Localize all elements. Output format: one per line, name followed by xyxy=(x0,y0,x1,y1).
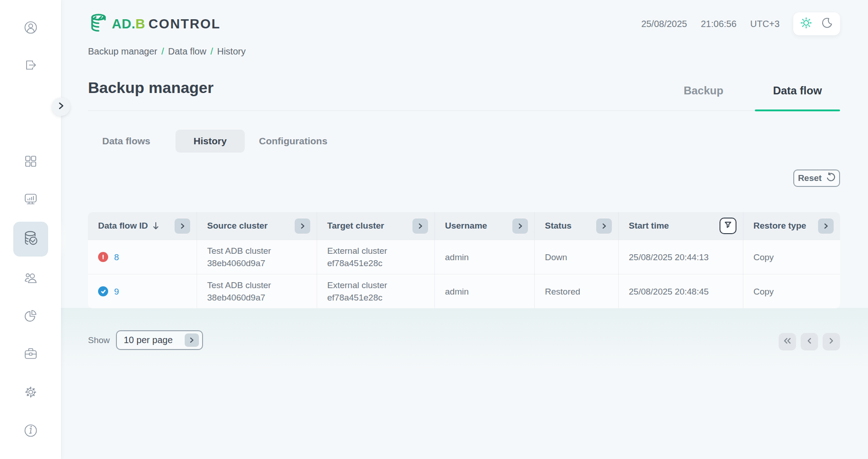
sort-desc-icon[interactable] xyxy=(152,222,159,230)
tab-backup[interactable]: Backup xyxy=(669,84,738,97)
sidebar-item-reports[interactable] xyxy=(21,307,40,326)
moon-icon xyxy=(821,17,833,31)
table-header-row: Data flow ID Source cluster xyxy=(88,212,840,240)
history-table: Data flow ID Source cluster xyxy=(88,212,840,308)
column-username: Username xyxy=(434,212,534,240)
user-profile-button[interactable] xyxy=(21,19,40,38)
gear-icon xyxy=(23,384,38,402)
dark-theme-button[interactable] xyxy=(820,17,834,31)
table-row: 9 Test ADB cluster 38eb4060d9a7 External… xyxy=(88,274,840,308)
database-restore-icon xyxy=(21,228,41,250)
pie-chart-icon xyxy=(23,308,38,325)
chevron-right-icon xyxy=(829,337,834,346)
info-icon xyxy=(23,423,38,440)
active-tab-underline xyxy=(755,109,840,111)
next-page-button[interactable] xyxy=(823,333,840,350)
subtab-configurations[interactable]: Configurations xyxy=(259,130,327,153)
current-time: 21:06:56 xyxy=(701,19,736,29)
breadcrumb-separator: / xyxy=(210,46,213,57)
page-size-value: 10 per page xyxy=(124,335,173,345)
sidebar-item-users[interactable] xyxy=(21,270,40,289)
tab-data-flow[interactable]: Data flow xyxy=(755,84,840,97)
table-row: 8 Test ADB cluster 38eb4060d9a7 External… xyxy=(88,240,840,274)
username-cell: admin xyxy=(434,274,534,308)
sidebar-item-backup-manager-active[interactable] xyxy=(13,222,48,257)
column-expand-button[interactable] xyxy=(295,219,310,234)
column-expand-button[interactable] xyxy=(818,219,834,234)
data-flow-id-link[interactable]: 8 xyxy=(114,251,119,263)
pagination-controls xyxy=(779,333,840,350)
light-theme-button[interactable] xyxy=(799,17,813,31)
sidebar xyxy=(0,0,61,459)
briefcase-icon xyxy=(23,346,38,363)
source-cluster-cell: Test ADB cluster 38eb4060d9a7 xyxy=(197,274,317,308)
chevron-left-icon xyxy=(807,337,812,346)
current-date: 25/08/2025 xyxy=(641,19,687,29)
grid-icon xyxy=(23,154,38,170)
subtab-bar: Data flows History Configurations xyxy=(0,130,868,153)
subtab-history[interactable]: History xyxy=(176,130,245,153)
logout-icon xyxy=(23,57,38,75)
breadcrumb-history[interactable]: History xyxy=(217,46,246,57)
sidebar-item-dashboard[interactable] xyxy=(21,153,40,172)
column-source-cluster: Source cluster xyxy=(197,212,317,240)
database-logo-icon xyxy=(88,12,109,35)
theme-switcher xyxy=(793,12,840,35)
app-logo[interactable]: AD.BCONTROL xyxy=(88,12,220,35)
restore-type-cell: Copy xyxy=(743,274,840,308)
status-cell: Restored xyxy=(534,274,618,308)
timezone-label: UTC+3 xyxy=(750,19,780,29)
page-title: Backup manager xyxy=(88,79,214,97)
success-status-icon xyxy=(98,286,108,296)
first-page-button[interactable] xyxy=(779,333,796,350)
column-status: Status xyxy=(534,212,618,240)
logo-text: AD.BCONTROL xyxy=(112,16,220,32)
start-time-cell: 25/08/2025 20:44:13 xyxy=(618,240,743,274)
sidebar-item-jobs[interactable] xyxy=(21,345,40,364)
column-expand-button[interactable] xyxy=(596,219,612,234)
users-icon xyxy=(22,270,39,289)
breadcrumb: Backup manager / Data flow / History xyxy=(88,46,246,57)
sidebar-item-settings[interactable] xyxy=(21,383,40,403)
column-expand-button[interactable] xyxy=(412,219,428,234)
reset-button-label: Reset xyxy=(798,173,822,183)
column-restore-type: Restore type xyxy=(743,212,840,240)
breadcrumb-data-flow[interactable]: Data flow xyxy=(168,46,206,57)
subtab-data-flows[interactable]: Data flows xyxy=(102,130,150,153)
reset-filters-button[interactable]: Reset xyxy=(793,169,840,187)
show-label: Show xyxy=(88,330,110,350)
sidebar-item-monitoring[interactable] xyxy=(21,191,40,210)
username-cell: admin xyxy=(434,240,534,274)
sidebar-expand-button[interactable] xyxy=(52,98,70,116)
status-cell: Down xyxy=(534,240,618,274)
column-expand-button[interactable] xyxy=(512,219,528,234)
backup-manager-page: AD.BCONTROL 25/08/2025 21:06:56 UTC+3 xyxy=(0,0,868,459)
column-target-cluster: Target cluster xyxy=(317,212,434,240)
funnel-icon xyxy=(724,221,732,231)
breadcrumb-backup-manager[interactable]: Backup manager xyxy=(88,46,157,57)
target-cluster-cell: External cluster ef78a451e28c xyxy=(317,240,434,274)
logout-button[interactable] xyxy=(21,56,40,76)
page-size-expand-button[interactable] xyxy=(185,333,199,347)
sun-icon xyxy=(800,16,813,32)
double-chevron-left-icon xyxy=(783,337,792,346)
column-data-flow-id: Data flow ID xyxy=(88,212,197,240)
target-cluster-cell: External cluster ef78a451e28c xyxy=(317,274,434,308)
column-expand-button[interactable] xyxy=(175,219,190,234)
sidebar-item-about[interactable] xyxy=(21,422,40,441)
filter-button[interactable] xyxy=(720,218,736,234)
previous-page-button[interactable] xyxy=(801,333,818,350)
column-start-time: Start time xyxy=(618,212,743,240)
start-time-cell: 25/08/2025 20:48:45 xyxy=(618,274,743,308)
user-icon xyxy=(23,20,38,37)
monitor-chart-icon xyxy=(23,191,38,209)
restore-type-cell: Copy xyxy=(743,240,840,274)
breadcrumb-separator: / xyxy=(161,46,164,57)
tabs-divider xyxy=(88,110,840,111)
page-size-select[interactable]: 10 per page xyxy=(116,330,203,350)
header-clock: 25/08/2025 21:06:56 UTC+3 xyxy=(641,0,840,48)
error-status-icon xyxy=(98,252,108,262)
reset-rotate-icon xyxy=(826,172,835,184)
chevron-right-icon xyxy=(58,102,64,111)
data-flow-id-link[interactable]: 9 xyxy=(114,285,119,298)
